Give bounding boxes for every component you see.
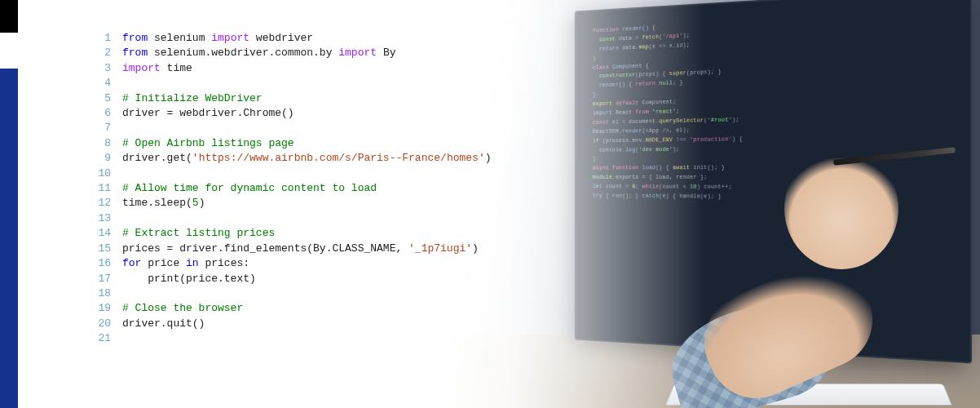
code-line: 18 xyxy=(88,286,492,301)
code-line: 19# Close the browser xyxy=(88,301,492,316)
line-number: 19 xyxy=(88,301,111,316)
code-token: from xyxy=(122,47,148,59)
code-snippet: 1from selenium import webdriver2from sel… xyxy=(88,31,492,347)
line-number: 1 xyxy=(88,31,111,46)
code-token: By xyxy=(377,47,395,59)
code-token: # Extract listing prices xyxy=(122,227,275,239)
code-token: prices: xyxy=(199,257,249,269)
line-number: 20 xyxy=(88,317,111,331)
code-token: price xyxy=(141,257,186,269)
line-number: 13 xyxy=(88,211,111,226)
line-number: 4 xyxy=(88,76,111,91)
line-number: 9 xyxy=(88,151,111,166)
code-token: from xyxy=(122,32,148,44)
line-number: 11 xyxy=(88,181,111,196)
screen-code-blur: function render() { const data = fetch('… xyxy=(576,0,969,222)
line-number: 12 xyxy=(88,196,111,211)
code-line: 13 xyxy=(88,211,492,226)
code-line: 2from selenium.webdriver.common.by impor… xyxy=(88,46,492,60)
line-number: 3 xyxy=(88,61,111,76)
line-number: 16 xyxy=(88,256,111,271)
code-line: 8# Open Airbnb listings page xyxy=(88,136,492,151)
code-line: 15prices = driver.find_elements(By.CLASS… xyxy=(88,242,492,256)
code-line: 10 xyxy=(88,166,492,181)
code-token: selenium.webdriver.common.by xyxy=(148,47,338,59)
line-number: 2 xyxy=(88,46,111,60)
code-token: time xyxy=(161,62,192,74)
code-token: ) xyxy=(485,152,492,164)
left-black-bar xyxy=(0,0,18,33)
code-token: # Open Airbnb listings page xyxy=(122,137,294,149)
code-line: 20driver.quit() xyxy=(88,317,492,331)
code-token: 5 xyxy=(192,197,199,209)
code-token: # Allow time for dynamic content to load xyxy=(122,182,377,194)
code-line: 21 xyxy=(88,331,492,346)
code-token: for xyxy=(122,257,141,269)
code-token: import xyxy=(211,32,249,44)
code-token: # Close the browser xyxy=(122,302,243,314)
line-number: 15 xyxy=(88,242,111,256)
code-line: 16for price in prices: xyxy=(88,256,492,271)
code-line: 17 print(price.text) xyxy=(88,272,492,286)
code-token: import xyxy=(122,62,161,74)
code-token: ) xyxy=(472,242,479,255)
code-token: 'https://www.airbnb.com/s/Paris--France/… xyxy=(192,152,485,164)
line-number: 14 xyxy=(88,226,111,241)
code-token: selenium xyxy=(148,32,211,44)
code-line: 12time.sleep(5) xyxy=(88,196,492,211)
code-token: prices = driver.find_elements(By.CLASS_N… xyxy=(122,242,408,255)
code-token: driver.get( xyxy=(122,152,192,164)
code-token: time.sleep( xyxy=(122,197,192,209)
line-number: 21 xyxy=(88,331,111,346)
left-blue-bar xyxy=(0,69,18,408)
line-number: 6 xyxy=(88,106,111,121)
code-token: webdriver xyxy=(249,32,313,44)
code-line: 7 xyxy=(88,121,492,135)
line-number: 7 xyxy=(88,121,111,135)
code-line: 1from selenium import webdriver xyxy=(88,31,492,46)
code-line: 9driver.get('https://www.airbnb.com/s/Pa… xyxy=(88,151,492,166)
code-token: driver.quit() xyxy=(122,317,205,330)
code-line: 11# Allow time for dynamic content to lo… xyxy=(88,181,492,196)
line-number: 8 xyxy=(88,136,111,151)
code-token: # Initialize WebDriver xyxy=(122,92,263,104)
code-line: 3import time xyxy=(88,61,492,76)
line-number: 17 xyxy=(88,272,111,286)
hand xyxy=(784,147,898,269)
line-number: 18 xyxy=(88,286,111,301)
code-line: 6driver = webdriver.Chrome() xyxy=(88,106,492,121)
line-number: 5 xyxy=(88,91,111,106)
code-token: ) xyxy=(199,197,205,209)
line-number: 10 xyxy=(88,166,111,181)
code-token: driver = webdriver.Chrome() xyxy=(122,107,294,119)
code-token: '_1p7iugi' xyxy=(408,242,472,255)
code-token: in xyxy=(186,257,199,269)
code-token: print(price.text) xyxy=(122,273,256,285)
code-line: 14# Extract listing prices xyxy=(88,226,492,241)
code-line: 4 xyxy=(88,76,492,91)
code-line: 5# Initialize WebDriver xyxy=(88,91,492,106)
code-token: import xyxy=(338,47,377,59)
